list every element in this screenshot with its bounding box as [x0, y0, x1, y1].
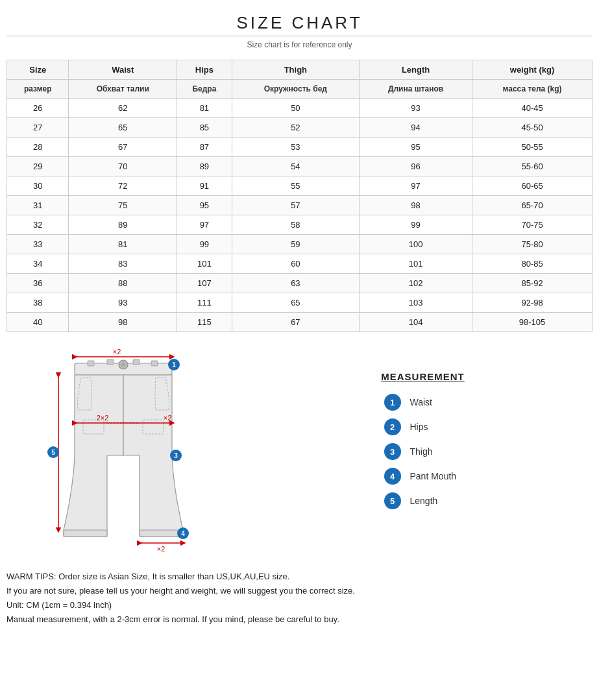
table-cell: 62 [69, 99, 177, 118]
table-cell: 67 [69, 138, 177, 157]
table-cell: 75 [69, 196, 177, 215]
title-divider [6, 36, 593, 36]
svg-text:×2: ×2 [157, 545, 165, 553]
table-cell: 27 [7, 118, 69, 138]
legend-label: Pant Mouth [410, 471, 462, 481]
table-row: 276585529445-50 [7, 118, 593, 138]
table-cell: 98 [69, 313, 177, 332]
table-cell: 97 [177, 215, 232, 235]
table-cell: 57 [232, 196, 359, 215]
table-cell: 95 [177, 196, 232, 215]
table-cell: 65-70 [472, 196, 593, 215]
table-cell: 33 [7, 235, 69, 254]
table-cell: 50-55 [472, 138, 593, 157]
table-row: 36881076310285-92 [7, 274, 593, 293]
legend-label: Length [410, 496, 462, 506]
table-body: 266281509340-45276585529445-502867875395… [7, 99, 593, 332]
table-row: 286787539550-55 [7, 138, 593, 157]
legend-item: 3Thigh [384, 443, 462, 460]
table-cell: 100 [359, 235, 472, 254]
table-cell: 88 [69, 274, 177, 293]
table-cell: 75-80 [472, 235, 593, 254]
table-cell: 85-92 [472, 274, 593, 293]
col-hips: Hips [177, 60, 232, 80]
table-cell: 81 [69, 235, 177, 254]
table-cell: 92-98 [472, 293, 593, 313]
table-cell: 40 [7, 313, 69, 332]
legend-num: 1 [384, 394, 401, 411]
svg-rect-2 [107, 359, 114, 365]
table-cell: 94 [359, 118, 472, 138]
table-cell: 54 [232, 157, 359, 176]
svg-point-6 [121, 363, 125, 367]
table-cell: 99 [177, 235, 232, 254]
table-row: 34831016010180-85 [7, 254, 593, 274]
table-cell: 55 [232, 176, 359, 196]
col-length: Length [359, 60, 472, 80]
table-cell: 115 [177, 313, 232, 332]
table-header-ru: размер Обхват талии Бедра Окружность бед… [7, 80, 593, 99]
legend-num: 5 [384, 492, 401, 509]
col-weight-ru: масса тела (kg) [472, 80, 593, 99]
size-chart-table: Size Waist Hips Thigh Length weight (kg)… [6, 60, 593, 332]
legend-label: Hips [410, 422, 462, 432]
legend-num: 4 [384, 468, 401, 485]
table-cell: 52 [232, 118, 359, 138]
table-cell: 45-50 [472, 118, 593, 138]
legend-num: 2 [384, 418, 401, 435]
svg-text:1: 1 [172, 361, 176, 368]
legend-num: 3 [384, 443, 401, 460]
table-cell: 60 [232, 254, 359, 274]
pants-diagram: ×2 1 2×2 ×2 5 3 ×2 4 [6, 345, 253, 553]
col-waist: Waist [69, 60, 177, 80]
page-title: SIZE CHART [6, 6, 593, 36]
table-cell: 102 [359, 274, 472, 293]
legend-item: 4Pant Mouth [384, 468, 462, 485]
table-cell: 89 [69, 215, 177, 235]
col-thigh-ru: Окружность бед [232, 80, 359, 99]
svg-text:2×2: 2×2 [97, 414, 109, 422]
table-row: 328997589970-75 [7, 215, 593, 235]
table-header-en: Size Waist Hips Thigh Length weight (kg) [7, 60, 593, 80]
table-row: 317595579865-70 [7, 196, 593, 215]
col-size-ru: размер [7, 80, 69, 99]
table-cell: 93 [359, 99, 472, 118]
table-cell: 40-45 [472, 99, 593, 118]
col-hips-ru: Бедра [177, 80, 232, 99]
diagram-section: ×2 1 2×2 ×2 5 3 ×2 4 [6, 345, 593, 553]
svg-text:×2: ×2 [164, 414, 172, 422]
measurement-legend: MEASUREMENT 1Waist2Hips3Thigh4Pant Mouth… [253, 345, 593, 509]
subtitle: Size chart is for reference only [6, 40, 593, 49]
warm-tips-line1: WARM TIPS: Order size is Asian Size, It … [6, 570, 593, 584]
table-cell: 99 [359, 215, 472, 235]
table-cell: 111 [177, 293, 232, 313]
table-cell: 50 [232, 99, 359, 118]
table-cell: 70-75 [472, 215, 593, 235]
svg-rect-11 [140, 530, 183, 537]
table-cell: 70 [69, 157, 177, 176]
pants-svg: ×2 1 2×2 ×2 5 3 ×2 4 [6, 345, 240, 553]
table-cell: 81 [177, 99, 232, 118]
table-cell: 96 [359, 157, 472, 176]
table-cell: 101 [177, 254, 232, 274]
table-cell: 63 [232, 274, 359, 293]
table-cell: 107 [177, 274, 232, 293]
svg-rect-4 [151, 361, 158, 366]
svg-text:×2: ×2 [113, 348, 121, 356]
warm-tips-line2: If you are not sure, please tell us your… [6, 584, 593, 598]
table-row: 307291559760-65 [7, 176, 593, 196]
table-row: 38931116510392-98 [7, 293, 593, 313]
table-cell: 98 [359, 196, 472, 215]
table-cell: 28 [7, 138, 69, 157]
col-size: Size [7, 60, 69, 80]
table-cell: 97 [359, 176, 472, 196]
table-cell: 104 [359, 313, 472, 332]
table-cell: 55-60 [472, 157, 593, 176]
svg-text:4: 4 [181, 530, 185, 537]
table-cell: 103 [359, 293, 472, 313]
table-cell: 85 [177, 118, 232, 138]
svg-text:5: 5 [51, 449, 55, 456]
svg-text:3: 3 [174, 452, 178, 459]
table-cell: 89 [177, 157, 232, 176]
col-thigh: Thigh [232, 60, 359, 80]
